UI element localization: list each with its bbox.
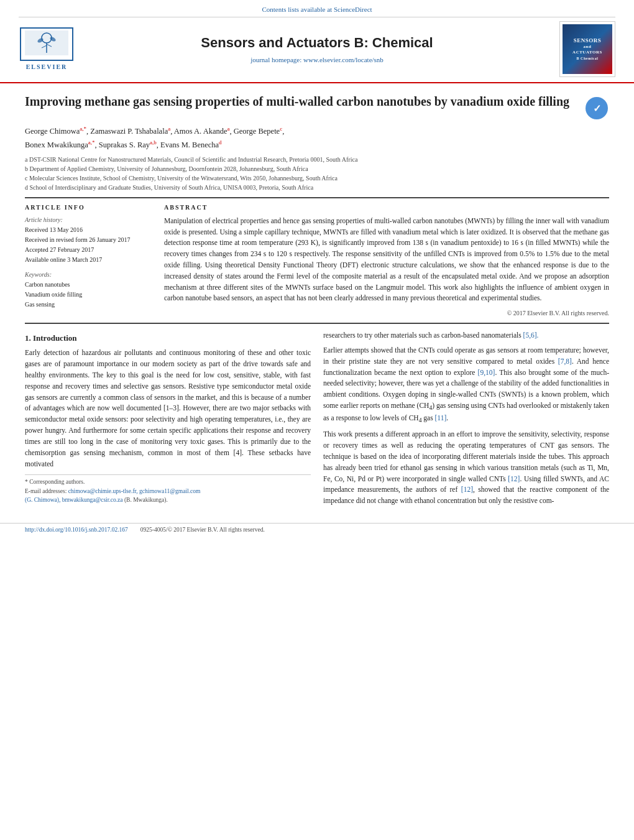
page-wrapper: Contents lists available at ScienceDirec… <box>0 0 634 537</box>
footer-issn: 0925-4005/© 2017 Elsevier B.V. All right… <box>140 526 265 534</box>
crossmark-circle: ✓ <box>586 97 608 119</box>
journal-title: Sensors and Actuators B: Chemical <box>75 34 559 53</box>
received-date: Received 13 May 2016 <box>25 226 149 234</box>
email2-name: (B. Mwakikunga). <box>124 497 168 503</box>
paper-title: Improving methane gas sensing properties… <box>25 93 578 109</box>
header-main: ELSEVIER Sensors and Actuators B: Chemic… <box>19 21 615 82</box>
body-section: 1. Introduction Early detection of hazar… <box>25 330 609 510</box>
copyright: © 2017 Elsevier B.V. All rights reserved… <box>164 309 609 318</box>
ref-12b[interactable]: [12] <box>461 486 473 493</box>
abstract-text: Manipulation of electrical properties an… <box>164 216 609 305</box>
elsevier-logo-box <box>20 27 73 61</box>
affiliation-a: a DST-CSIR National Centre for Nanostruc… <box>25 155 609 164</box>
journal-homepage: journal homepage: www.elsevier.com/locat… <box>75 55 559 65</box>
corresponding-note: * Corresponding authors. <box>25 478 311 486</box>
email2: (G. Chimowa), bmwakikunga@csir.co.za (B.… <box>25 496 311 504</box>
ref-7-8[interactable]: [7,8] <box>558 358 572 365</box>
keywords-section: Keywords: Carbon nanotubes Vanadium oxid… <box>25 270 149 309</box>
svg-text:✓: ✓ <box>593 103 601 114</box>
ref-11[interactable]: [11] <box>435 414 447 422</box>
elsevier-text: ELSEVIER <box>26 63 68 72</box>
affiliation-b: b Department of Applied Chemistry, Unive… <box>25 164 609 173</box>
intro-para4: This work presents a different approach … <box>323 429 609 507</box>
journal-title-block: Sensors and Actuators B: Chemical journa… <box>75 34 559 65</box>
sciencedirect-link[interactable]: Contents lists available at ScienceDirec… <box>262 6 372 13</box>
journal-header: Contents lists available at ScienceDirec… <box>0 0 634 83</box>
revised-date: Received in revised form 26 January 2017 <box>25 236 149 244</box>
email2-link[interactable]: (G. Chimowa), bmwakikunga@csir.co.za <box>25 497 123 503</box>
email1: E-mail addresses: chimowa@chimie.ups-tls… <box>25 487 311 496</box>
ref-5-6[interactable]: [5,6]. <box>523 331 539 339</box>
authors: George Chimowaa,*, Zamaswazi P. Tshabala… <box>25 124 609 150</box>
journal-logo-inner: SENSORS and ACTUATORS B Chemical <box>563 24 612 74</box>
footer-doi[interactable]: http://dx.doi.org/10.1016/j.snb.2017.02.… <box>25 526 128 534</box>
keyword-2: Vanadium oxide filling <box>25 290 149 299</box>
intro-para1: Early detection of hazardous air polluta… <box>25 348 311 469</box>
top-bar: Contents lists available at ScienceDirec… <box>19 5 615 17</box>
article-info-heading: ARTICLE INFO <box>25 203 149 212</box>
affiliation-c: c Molecular Sciences Institute, School o… <box>25 173 609 183</box>
ref-12a[interactable]: [12] <box>508 475 520 482</box>
affiliation-d: d School of Interdisciplinary and Gradua… <box>25 183 609 192</box>
email-label: E-mail addresses: <box>25 488 68 494</box>
separator-body <box>25 323 609 324</box>
section-title: 1. Introduction <box>25 333 311 344</box>
available-date: Available online 3 March 2017 <box>25 256 149 264</box>
body-two-col: 1. Introduction Early detection of hazar… <box>25 330 609 510</box>
intro-para2: researchers to try other materials such … <box>323 330 609 341</box>
keyword-3: Gas sensing <box>25 300 149 309</box>
journal-logo: SENSORS and ACTUATORS B Chemical <box>559 21 615 77</box>
homepage-url[interactable]: www.elsevier.com/locate/snb <box>303 56 384 63</box>
body-col-right: researchers to try other materials such … <box>323 330 609 510</box>
paper-title-section: Improving methane gas sensing properties… <box>25 93 609 121</box>
footer-bar: http://dx.doi.org/10.1016/j.snb.2017.02.… <box>0 523 634 537</box>
homepage-label: journal homepage: <box>250 56 301 63</box>
ref-9-10[interactable]: [9,10] <box>478 369 495 376</box>
accepted-date: Accepted 27 February 2017 <box>25 246 149 254</box>
history-label: Article history: <box>25 216 149 224</box>
footnote-area: * Corresponding authors. E-mail addresse… <box>25 474 311 504</box>
abstract-section: ABSTRACT Manipulation of electrical prop… <box>164 203 609 318</box>
keyword-1: Carbon nanotubes <box>25 280 149 289</box>
article-info: ARTICLE INFO Article history: Received 1… <box>25 203 149 318</box>
elsevier-logo: ELSEVIER <box>19 27 75 72</box>
keywords-label: Keywords: <box>25 270 149 279</box>
intro-para3: Earlier attempts showed that the CNTs co… <box>323 345 609 425</box>
email1-link[interactable]: chimowa@chimie.ups-tlse.fr, gchirnowa11@… <box>68 488 201 494</box>
content: Improving methane gas sensing properties… <box>0 83 634 517</box>
crossmark[interactable]: ✓ <box>584 96 609 121</box>
body-col-left: 1. Introduction Early detection of hazar… <box>25 330 311 510</box>
abstract-heading: ABSTRACT <box>164 203 609 212</box>
affiliations: a DST-CSIR National Centre for Nanostruc… <box>25 155 609 192</box>
article-abstract-row: ARTICLE INFO Article history: Received 1… <box>25 203 609 318</box>
journal-logo-text: SENSORS and ACTUATORS B Chemical <box>572 37 602 62</box>
separator-thick <box>25 197 609 198</box>
